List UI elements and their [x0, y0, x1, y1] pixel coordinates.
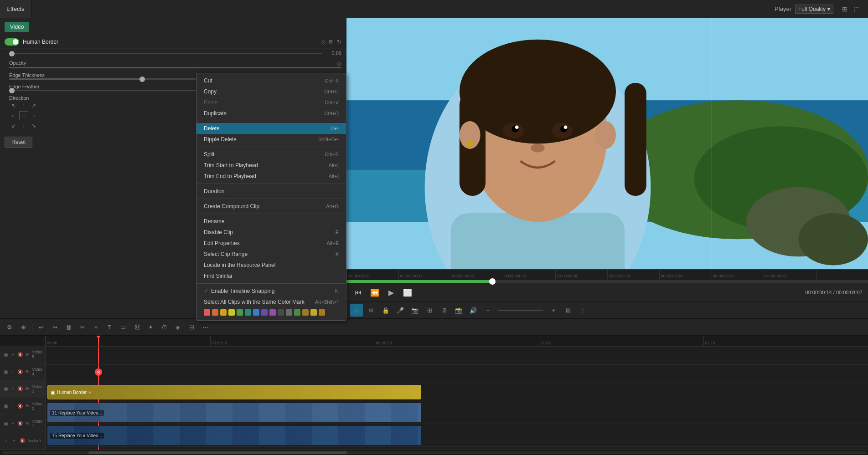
track-video1-mute[interactable]: 🔇 [17, 420, 23, 427]
tl-undo-btn[interactable]: ↩ [35, 322, 47, 333]
tl-text-btn[interactable]: T [103, 322, 115, 333]
monitor-btn[interactable]: 🖥 [438, 304, 450, 317]
track-video1-vis[interactable]: 👁 [25, 420, 30, 427]
dir-down-left[interactable]: ↙ [9, 121, 18, 130]
dir-up-right[interactable]: ↗ [29, 101, 38, 110]
tl-link-btn[interactable]: ⛓ [131, 322, 143, 333]
clip-human-border[interactable]: ▣ Human Border ♥ [47, 385, 421, 399]
tl-marker-btn[interactable]: ◈ [172, 322, 184, 333]
menu-duplicate[interactable]: Duplicate Ctrl+D [196, 108, 346, 119]
tl-delete-btn[interactable]: 🗑 [62, 322, 74, 333]
swatch-violet[interactable] [269, 309, 276, 316]
zoom-in-btn[interactable]: ＋ [547, 304, 560, 317]
track-video5-mute[interactable]: 🔇 [17, 351, 23, 358]
screenshot-btn[interactable]: 📸 [452, 304, 465, 317]
track-video1-add[interactable]: + [10, 420, 16, 427]
volume-btn[interactable]: 🔊 [467, 304, 480, 317]
swatch-orange[interactable] [212, 309, 218, 316]
refresh-icon[interactable]: ↻ [337, 39, 341, 45]
menu-trim-start[interactable]: Trim Start to Playhead Alt+[ [196, 160, 346, 171]
stop-button[interactable]: ⬜ [401, 286, 414, 299]
tl-cut-btn[interactable]: ⌖ [90, 322, 102, 333]
dir-right[interactable]: → [29, 111, 38, 120]
dir-down[interactable]: ↓ [19, 121, 28, 130]
effects-tab[interactable]: Effects [0, 0, 31, 18]
menu-select-clip-range[interactable]: Select Clip Range X [196, 249, 346, 260]
swatch-gold[interactable] [302, 309, 309, 316]
track-row-video2[interactable]: 11 Replace Your Video... [46, 401, 868, 424]
mic-btn[interactable]: 🎤 [394, 304, 407, 317]
swatch-blue[interactable] [253, 309, 259, 316]
swatch-teal[interactable] [245, 309, 251, 316]
effect-toggle[interactable] [5, 38, 19, 46]
swatch-yellow[interactable] [228, 309, 235, 316]
track-video4-mute[interactable]: 🔇 [17, 368, 23, 375]
tl-timer-btn[interactable]: ⏱ [158, 322, 170, 333]
menu-delete[interactable]: Delete Del [196, 123, 346, 134]
track-video4-add[interactable]: + [10, 368, 16, 375]
quality-select[interactable]: Full Quality ▾ [795, 5, 833, 14]
face-track-btn[interactable]: ☺ [350, 304, 363, 317]
swatch-gray[interactable] [286, 309, 292, 316]
main-slider-track[interactable] [9, 53, 322, 54]
swatch-light-gold[interactable] [310, 309, 317, 316]
grid-icon[interactable]: ⊞ [841, 5, 849, 13]
track-video3-mute[interactable]: 🔇 [17, 386, 23, 392]
menu-edit-properties[interactable]: Edit Properties Alt+E [196, 238, 346, 249]
tl-settings-btn[interactable]: ⚙ [4, 322, 16, 333]
track-video2-add[interactable]: + [10, 403, 16, 409]
menu-select-color-mark[interactable]: Select All Clips with the Same Color Mar… [196, 297, 346, 307]
tl-more-btn[interactable]: ⋯ [199, 322, 211, 333]
scrollbar-track[interactable] [2, 451, 866, 454]
tl-split-btn[interactable]: ✂ [76, 322, 88, 333]
gear-icon[interactable]: ⚙ [328, 39, 333, 45]
dir-up[interactable]: ↑ [19, 101, 28, 110]
menu-trim-end[interactable]: Trim End to Playhead Alt+] [196, 171, 346, 182]
step-back-button[interactable]: ⏪ [368, 286, 381, 299]
track-video2-vis[interactable]: 👁 [25, 403, 30, 409]
menu-disable-clip[interactable]: Disable Clip E [196, 227, 346, 238]
clip-video2[interactable]: 11 Replace Your Video... [47, 403, 421, 422]
dir-left[interactable]: ← [9, 111, 18, 120]
track-row-video3[interactable]: ▣ Human Border ♥ [46, 383, 868, 401]
track-video5-vis[interactable]: 👁 [25, 351, 30, 358]
menu-rename[interactable]: Rename [196, 216, 346, 227]
tl-add-btn[interactable]: ⊕ [17, 322, 29, 333]
menu-locate-resource[interactable]: Locate in the Resource Panel [196, 260, 346, 271]
dir-center[interactable]: ○ [19, 111, 28, 120]
tl-rect-btn[interactable]: ▭ [117, 322, 129, 333]
lock-btn[interactable]: 🔒 [379, 304, 392, 317]
overlay-btn[interactable]: ⊞ [423, 304, 436, 317]
tl-layout-btn[interactable]: ⊟ [186, 322, 197, 333]
player-progress-bar[interactable] [346, 280, 868, 283]
menu-duration[interactable]: Duration [196, 186, 346, 197]
timeline-scrollbar[interactable] [0, 450, 868, 455]
settings-btn[interactable]: ⚙ [365, 304, 377, 317]
swatch-green[interactable] [237, 309, 243, 316]
video-tab[interactable]: Video [5, 22, 29, 32]
track-video2-mute[interactable]: 🔇 [17, 403, 23, 409]
track-video4-vis[interactable]: 👁 [25, 368, 30, 375]
swatch-yellow-dark[interactable] [220, 309, 227, 316]
track-video5-add[interactable]: + [10, 351, 16, 358]
camera-btn[interactable]: 📷 [408, 304, 421, 317]
swatch-olive[interactable] [294, 309, 300, 316]
opacity-slider[interactable] [9, 67, 341, 68]
zoom-slider[interactable] [498, 310, 543, 311]
swatch-dark-gray[interactable] [278, 309, 284, 316]
timeline-tracks[interactable]: 00:00 00:00:10 00:00:20 01:05 01:10 [46, 336, 868, 450]
opacity-diamond-icon[interactable]: ◇ [336, 60, 341, 67]
swatch-purple[interactable] [261, 309, 268, 316]
fit-btn[interactable]: ⊠ [562, 304, 574, 317]
track-row-video1[interactable]: 15 Replace Your Video... [46, 424, 868, 447]
diamond-icon[interactable]: ◇ [321, 39, 326, 45]
track-video3-add[interactable]: + [10, 386, 16, 392]
reset-button[interactable]: Reset [5, 137, 32, 148]
tl-effect-btn[interactable]: ✦ [145, 322, 156, 333]
menu-compound-clip[interactable]: Create Compound Clip Alt+G [196, 201, 346, 212]
menu-copy[interactable]: Copy Ctrl+C [196, 86, 346, 97]
swatch-red[interactable] [204, 309, 210, 316]
menu-ripple-delete[interactable]: Ripple Delete Shift+Del [196, 134, 346, 145]
menu-cut[interactable]: Cut Ctrl+X [196, 75, 346, 86]
dir-down-right[interactable]: ↘ [29, 121, 38, 130]
